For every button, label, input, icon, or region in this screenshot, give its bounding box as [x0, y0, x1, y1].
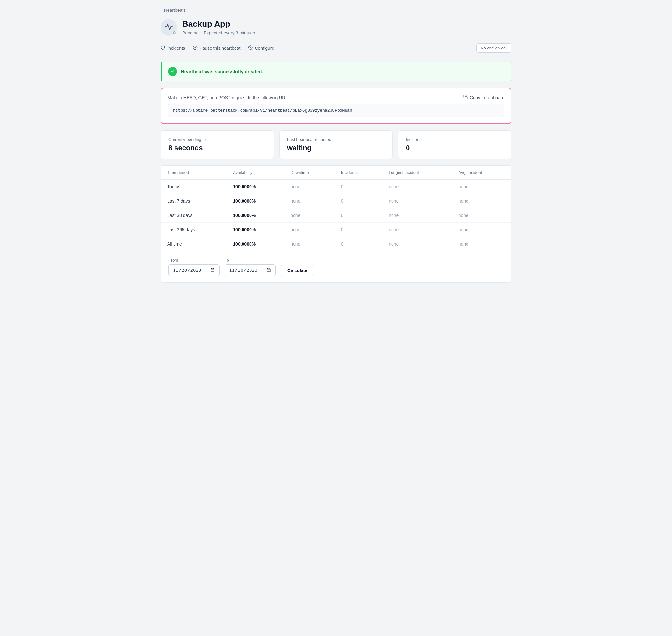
- on-call-button[interactable]: No one on-call: [476, 43, 512, 53]
- col-availability: Availability: [227, 165, 284, 180]
- cell-period: Last 365 days: [161, 223, 227, 237]
- cell-avg: none: [452, 180, 511, 194]
- url-box-header: Make a HEAD, GET, or a POST request to t…: [168, 95, 504, 100]
- table-row: Last 365 days 100.0000% none 0 none none: [161, 223, 511, 237]
- cell-longest: none: [382, 237, 452, 251]
- col-time-period: Time period: [161, 165, 227, 180]
- nav-pause[interactable]: Pause this heartbeat: [193, 45, 240, 51]
- breadcrumb-label: Heartbeats: [164, 8, 186, 13]
- table-row: Last 7 days 100.0000% none 0 none none: [161, 194, 511, 208]
- col-downtime: Downtime: [284, 165, 335, 180]
- cell-downtime: none: [284, 194, 335, 208]
- cell-longest: none: [382, 208, 452, 223]
- header-meta: Pending · Expected every 3 minutes: [182, 30, 255, 35]
- cell-downtime: none: [284, 223, 335, 237]
- cell-incidents: 0: [335, 208, 382, 223]
- chevron-left-icon: ‹: [160, 8, 162, 13]
- stat-last-heartbeat: Last heartbeat recorded waiting: [279, 131, 393, 159]
- avatar-status-dot: [172, 31, 176, 35]
- cell-availability: 100.0000%: [227, 223, 284, 237]
- incidents-stat-value: 0: [406, 144, 503, 152]
- nav-bar: Incidents Pause this heartbeat: [160, 43, 512, 55]
- heartbeat-icon: [165, 23, 173, 32]
- table-header-row: Time period Availability Downtime Incide…: [161, 165, 511, 180]
- cell-availability: 100.0000%: [227, 237, 284, 251]
- page-header: Backup App Pending · Expected every 3 mi…: [160, 19, 512, 36]
- url-box: Make a HEAD, GET, or a POST request to t…: [160, 88, 512, 124]
- cell-longest: none: [382, 180, 452, 194]
- nav-pause-label: Pause this heartbeat: [199, 46, 240, 51]
- avatar: [160, 19, 177, 36]
- cell-avg: none: [452, 194, 511, 208]
- cell-avg: none: [452, 223, 511, 237]
- from-date-input[interactable]: [169, 264, 219, 276]
- stats-table: Time period Availability Downtime Incide…: [160, 165, 512, 283]
- nav-actions: Incidents Pause this heartbeat: [160, 45, 274, 51]
- cell-downtime: none: [284, 237, 335, 251]
- col-avg-incident: Avg. incident: [452, 165, 511, 180]
- separator: ·: [200, 30, 201, 35]
- cell-incidents: 0: [335, 194, 382, 208]
- table-row: Today 100.0000% none 0 none none: [161, 180, 511, 194]
- cell-period: All time: [161, 237, 227, 251]
- cell-avg: none: [452, 208, 511, 223]
- cell-availability: 100.0000%: [227, 194, 284, 208]
- incidents-stat-label: Incidents: [406, 137, 503, 142]
- date-range-section: From To Calculate: [161, 251, 511, 282]
- cell-incidents: 0: [335, 223, 382, 237]
- to-label: To: [225, 258, 276, 262]
- cell-downtime: none: [284, 208, 335, 223]
- cell-avg: none: [452, 237, 511, 251]
- nav-incidents-label: Incidents: [167, 46, 185, 51]
- breadcrumb[interactable]: ‹ Heartbeats: [160, 8, 512, 13]
- table-row: All time 100.0000% none 0 none none: [161, 237, 511, 251]
- copy-to-clipboard-button[interactable]: Copy to clipboard: [463, 95, 504, 100]
- to-date-group: To: [225, 258, 276, 276]
- status-badge: Pending: [182, 30, 198, 35]
- svg-rect-6: [465, 96, 467, 99]
- cell-period: Today: [161, 180, 227, 194]
- cell-longest: none: [382, 194, 452, 208]
- copy-label: Copy to clipboard: [470, 95, 504, 100]
- cell-incidents: 0: [335, 180, 382, 194]
- svg-point-2: [193, 46, 197, 50]
- pending-value: 8 seconds: [169, 144, 266, 152]
- col-longest-incident: Longest incident: [382, 165, 452, 180]
- date-range-row: From To Calculate: [169, 258, 503, 276]
- pause-icon: [193, 45, 197, 51]
- calculate-button[interactable]: Calculate: [281, 265, 314, 276]
- success-message: Heartbeat was successfully created.: [181, 69, 263, 74]
- last-heartbeat-label: Last heartbeat recorded: [287, 137, 385, 142]
- nav-incidents[interactable]: Incidents: [160, 45, 185, 51]
- pending-label: Currently pending for: [169, 137, 266, 142]
- nav-configure-label: Configure: [255, 46, 274, 51]
- to-date-input[interactable]: [225, 264, 276, 276]
- stat-pending: Currently pending for 8 seconds: [160, 131, 274, 159]
- page-title: Backup App: [182, 19, 255, 29]
- cell-incidents: 0: [335, 237, 382, 251]
- heartbeat-url[interactable]: https://uptime.betterstack.com/api/v1/he…: [168, 104, 504, 117]
- success-check-icon: [168, 67, 177, 76]
- url-instruction: Make a HEAD, GET, or a POST request to t…: [168, 95, 288, 100]
- success-banner: Heartbeat was successfully created.: [160, 62, 512, 81]
- from-date-group: From: [169, 258, 219, 276]
- stats-row: Currently pending for 8 seconds Last hea…: [160, 131, 512, 159]
- table-row: Last 30 days 100.0000% none 0 none none: [161, 208, 511, 223]
- copy-icon: [463, 95, 468, 100]
- shield-icon: [160, 45, 165, 51]
- cell-availability: 100.0000%: [227, 208, 284, 223]
- cell-period: Last 7 days: [161, 194, 227, 208]
- expected-label: Expected every 3 minutes: [204, 30, 255, 35]
- header-info: Backup App Pending · Expected every 3 mi…: [182, 19, 255, 35]
- gear-icon: [248, 45, 253, 51]
- stat-incidents: Incidents 0: [398, 131, 512, 159]
- col-incidents: Incidents: [335, 165, 382, 180]
- svg-point-5: [250, 47, 251, 48]
- cell-downtime: none: [284, 180, 335, 194]
- cell-availability: 100.0000%: [227, 180, 284, 194]
- cell-period: Last 30 days: [161, 208, 227, 223]
- nav-configure[interactable]: Configure: [248, 45, 274, 51]
- last-heartbeat-value: waiting: [287, 144, 385, 152]
- cell-longest: none: [382, 223, 452, 237]
- svg-point-1: [174, 33, 175, 33]
